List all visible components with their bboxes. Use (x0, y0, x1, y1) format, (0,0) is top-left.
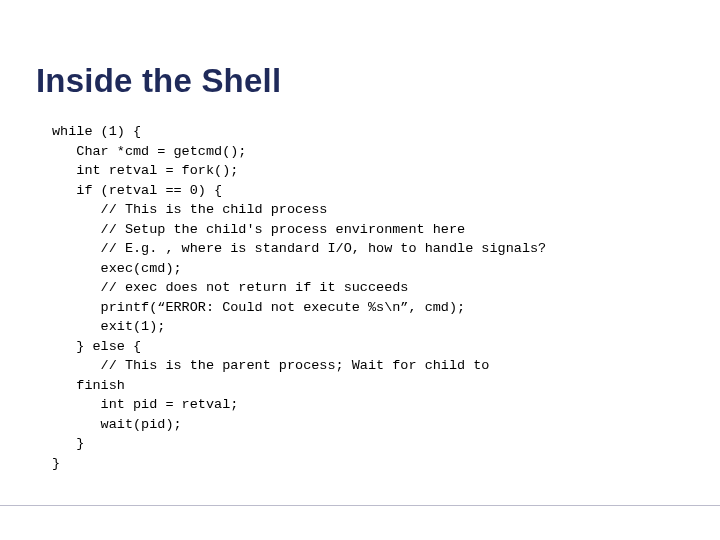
code-line: finish (52, 378, 125, 393)
code-line: // Setup the child's process environment… (52, 222, 465, 237)
slide: Inside the Shell while (1) { Char *cmd =… (0, 0, 720, 540)
code-line: // This is the parent process; Wait for … (52, 358, 489, 373)
code-line: // E.g. , where is standard I/O, how to … (52, 241, 546, 256)
code-line: } else { (52, 339, 141, 354)
code-line: exec(cmd); (52, 261, 182, 276)
code-line: } (52, 436, 84, 451)
code-line: Char *cmd = getcmd(); (52, 144, 246, 159)
code-line: int retval = fork(); (52, 163, 238, 178)
code-line: } (52, 456, 60, 471)
code-line: exit(1); (52, 319, 165, 334)
code-line: if (retval == 0) { (52, 183, 222, 198)
code-line: // exec does not return if it succeeds (52, 280, 408, 295)
code-line: int pid = retval; (52, 397, 238, 412)
code-line: wait(pid); (52, 417, 182, 432)
code-line: // This is the child process (52, 202, 327, 217)
code-line: printf(“ERROR: Could not execute %s\n”, … (52, 300, 465, 315)
footer-divider (0, 505, 720, 506)
code-block: while (1) { Char *cmd = getcmd(); int re… (52, 122, 700, 473)
code-line: while (1) { (52, 124, 141, 139)
slide-title: Inside the Shell (36, 62, 281, 100)
